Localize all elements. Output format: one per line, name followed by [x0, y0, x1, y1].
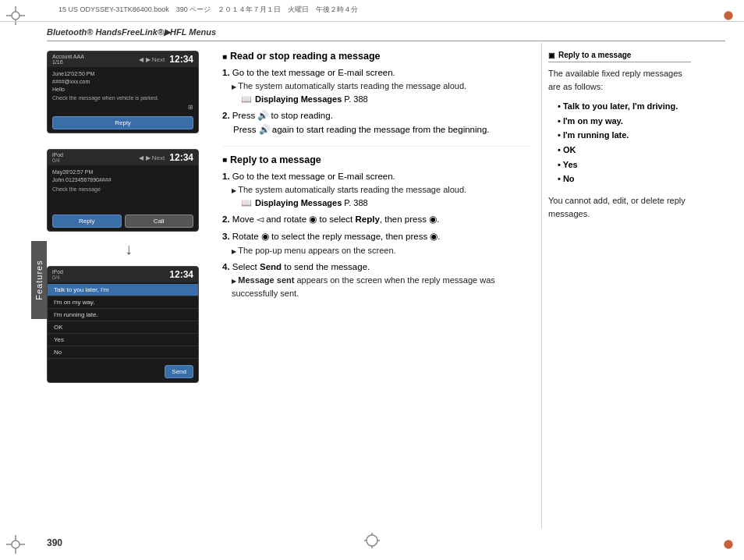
screen1-nav: 1/16 [52, 59, 84, 65]
breadcrumb: Bluetooth® HandsFreeLink®▶HFL Menus [47, 27, 725, 41]
section1-step1-sub: The system automatically starts reading … [222, 80, 530, 93]
breadcrumb-text: Bluetooth® HandsFreeLink®▶HFL Menus [47, 27, 216, 37]
file-info: 15 US ODYSSEY-31TK86400.book 390 ページ ２０１… [58, 5, 358, 15]
screen2-header: iPod 0/4 ◀ ▶ Next 12:34 [48, 150, 198, 165]
right-panel-note: You cannot add, edit, or delete reply me… [548, 194, 691, 220]
screen3-left-info: iPod 0/4 [52, 269, 63, 280]
screen1-message: Check the message when vehicle is parked… [52, 94, 193, 101]
reply-item-3: OK [558, 143, 691, 158]
right-panel-title: Reply to a message [548, 51, 691, 62]
screen2-footer: Reply Call [48, 212, 198, 231]
reply-item-2: I'm running late. [558, 128, 691, 143]
page-number: 390 [47, 537, 62, 548]
reply-item-5: No [558, 172, 691, 186]
reply-list: Talk to you later, I'm driving. I'm on m… [548, 99, 691, 186]
screenshots-column: Account AAA 1/16 ◀ ▶ Next 12:34 June12'0… [47, 43, 211, 529]
screen1-reply-btn[interactable]: Reply [52, 116, 193, 129]
main-content: Account AAA 1/16 ◀ ▶ Next 12:34 June12'0… [47, 43, 697, 529]
svg-point-6 [12, 541, 19, 548]
screen3-item-4[interactable]: Yes [48, 334, 198, 346]
screen1-body: June12'02:50 PM ####@xxx.com Hello Check… [48, 67, 198, 114]
nav-arrow-bottom [364, 533, 380, 551]
corner-mark-br [719, 535, 738, 554]
reply-item-0: Talk to you later, I'm driving. [558, 99, 691, 114]
screen1-date: June12'02:50 PM ####@xxx.com Hello [52, 70, 193, 93]
section2-step4: 4. Select Send to send the message. Mess… [222, 261, 530, 299]
screen1-header: Account AAA 1/16 ◀ ▶ Next 12:34 [48, 51, 198, 67]
screen3-header: iPod 0/4 12:34 [48, 267, 198, 282]
screen3-item-3[interactable]: OK [48, 321, 198, 334]
section2-step3: 3. Rotate ◉ to select the reply message,… [222, 230, 530, 257]
screen1-footer: Reply [48, 114, 198, 133]
corner-mark-bl [6, 535, 25, 554]
section1-step2: 2. Press 🔊 to stop reading. Press 🔊 agai… [222, 109, 530, 136]
top-bar: 15 US ODYSSEY-31TK86400.book 390 ページ ２０１… [0, 0, 744, 22]
instructions-column: Read or stop reading a message 1. Go to … [211, 43, 541, 529]
screen3-time: 12:34 [169, 269, 193, 280]
section2-step3-sub: The pop-up menu appears on the screen. [222, 244, 530, 257]
screen1-contact: ####@xxx.com [52, 79, 90, 84]
section1-step1: 1. Go to the text message or E-mail scre… [222, 66, 530, 105]
reply-item-4: Yes [558, 158, 691, 172]
screen1-time: 12:34 [169, 54, 193, 65]
screen2-date: May28'02:57 PM John 01234567890#### [52, 168, 193, 184]
right-panel: Reply to a message The available fixed r… [541, 43, 697, 529]
screen2-time: 12:34 [169, 152, 193, 163]
screen3-item-2[interactable]: I'm running late. [48, 309, 198, 321]
right-panel-desc: The available fixed reply messages are a… [548, 67, 691, 93]
reply-item-1: I'm on my way. [558, 114, 691, 129]
screen3-item-5[interactable]: No [48, 346, 198, 359]
section1-heading: Read or stop reading a message [222, 51, 530, 62]
section2-heading: Reply to a message [222, 154, 530, 165]
section2-step2: 2. Move ◅ and rotate ◉ to select Reply, … [222, 213, 530, 226]
screen1-subject: Hello [52, 87, 65, 92]
screen2-message: Check the message [52, 186, 193, 193]
screen3-track: 0/4 [52, 275, 63, 280]
section2-step4-sub: Message sent appears on the screen when … [222, 274, 530, 299]
screen2-call-btn[interactable]: Call [125, 214, 194, 228]
book-icon-2: 📖 [241, 197, 252, 210]
book-icon: 📖 [241, 93, 252, 106]
svg-point-12 [367, 535, 377, 546]
features-sidebar-label: Features [31, 241, 47, 319]
section2-steps: 1. Go to the text message or E-mail scre… [222, 170, 530, 300]
section2-step1-ref: 📖 Displaying Messages P. 388 [222, 197, 530, 210]
svg-point-11 [725, 541, 732, 548]
screen3-item-0[interactable]: Talk to you later, I'm [48, 284, 198, 296]
screen3-device: iPod 0/4 12:34 Talk to you later, I'm I'… [47, 266, 199, 383]
screen2-track: 0/4 [52, 158, 63, 163]
screen2-reply-btn[interactable]: Reply [52, 214, 122, 228]
screen2-device: iPod 0/4 ◀ ▶ Next 12:34 May28'02:57 PM J… [47, 149, 199, 232]
screen2-contact: John 01234567890#### [52, 177, 112, 183]
section2-step1-sub: The system automatically starts reading … [222, 183, 530, 197]
screen1-account: Account AAA [52, 54, 84, 59]
screen3-item-1[interactable]: I'm on my way. [48, 296, 198, 309]
screen3-send-btn[interactable]: Send [165, 365, 193, 378]
screen1-device: Account AAA 1/16 ◀ ▶ Next 12:34 June12'0… [47, 51, 199, 133]
screen2-left-info: iPod 0/4 [52, 152, 63, 163]
section1-steps: 1. Go to the text message or E-mail scre… [222, 66, 530, 136]
section-divider [222, 146, 530, 147]
arrow-down-icon: ↓ [47, 241, 211, 257]
section1-step1-ref: 📖 Displaying Messages P. 388 [222, 93, 530, 106]
screen1-left-info: Account AAA 1/16 [52, 54, 84, 65]
section2-step1: 1. Go to the text message or E-mail scre… [222, 170, 530, 209]
screen2-body: May28'02:57 PM John 01234567890#### Chec… [48, 165, 198, 212]
